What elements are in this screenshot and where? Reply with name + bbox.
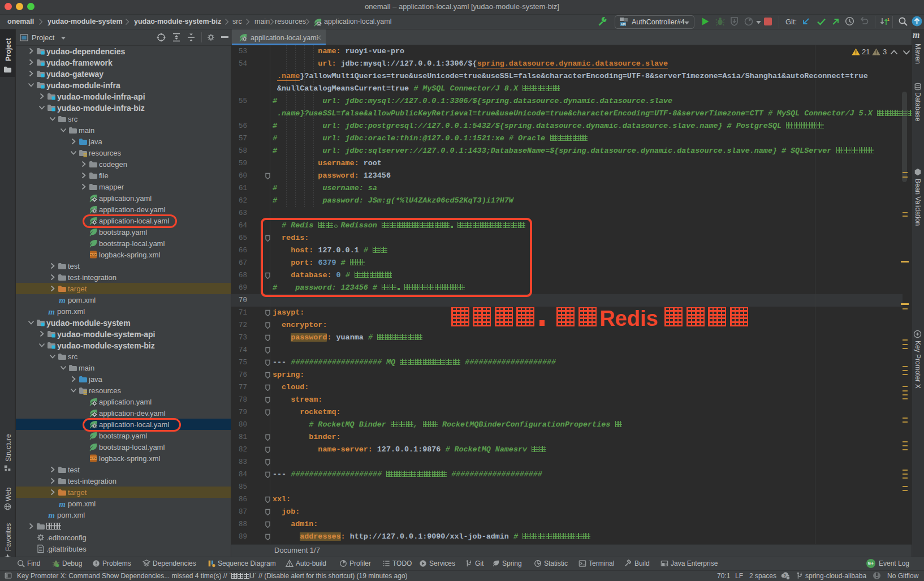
svg-text:API: API bbox=[620, 23, 626, 26]
svg-text:1: 1 bbox=[887, 18, 890, 21]
svg-text:?: ? bbox=[784, 574, 786, 578]
